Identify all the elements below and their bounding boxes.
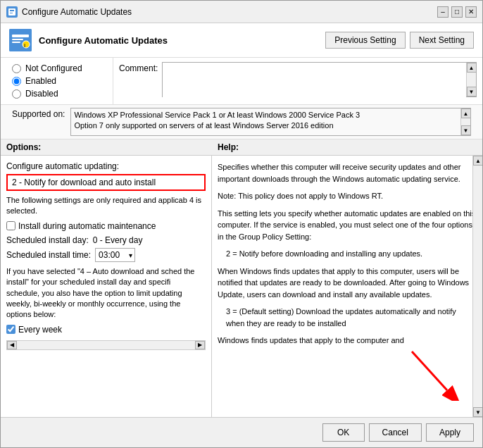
scroll-left-btn[interactable]: ◀ (7, 341, 17, 349)
header-section: i Configure Automatic Updates Previous S… (1, 23, 482, 58)
install-maintenance-label: Install during automatic maintenance (18, 221, 156, 231)
window-title: Configure Automatic Updates (22, 7, 132, 17)
header-icon: i (9, 29, 32, 51)
supported-row: Supported on: Windows XP Professional Se… (1, 105, 482, 139)
title-bar-left: Configure Automatic Updates (6, 6, 132, 18)
svg-rect-2 (10, 13, 13, 13)
svg-rect-1 (10, 10, 14, 11)
comment-label: Comment: (119, 62, 158, 73)
scheduled-time-select-wrap[interactable]: 03:00 (95, 248, 135, 262)
svg-text:i: i (24, 42, 25, 49)
scheduled-time-select[interactable]: 03:00 (95, 248, 135, 262)
help-para-7: Windows finds updates that apply to the … (218, 335, 477, 347)
options-section-label: Options: (6, 142, 218, 152)
header-title: Configure Automatic Updates (39, 35, 318, 46)
sup-scroll-down[interactable]: ▼ (461, 125, 471, 135)
left-panel: Configure automatic updating: 2 - Notify… (1, 156, 212, 417)
horizontal-scrollbar[interactable]: ◀ ▶ (6, 340, 206, 350)
supported-scrollbar[interactable]: ▲ ▼ (460, 108, 470, 135)
ok-button[interactable]: OK (322, 423, 365, 442)
title-bar: Configure Automatic Updates – □ ✕ (1, 1, 482, 23)
comment-textarea[interactable] (163, 63, 466, 98)
enabled-radio[interactable] (12, 77, 21, 86)
every-week-label: Every week (18, 325, 62, 335)
not-configured-option[interactable]: Not Configured (12, 63, 101, 73)
help-text-area: Specifies whether this computer will rec… (218, 161, 477, 347)
help-section-label: Help: (218, 142, 477, 152)
sup-scroll-up[interactable]: ▲ (461, 108, 471, 118)
svg-rect-0 (8, 8, 15, 15)
supported-text: Windows XP Professional Service Pack 1 o… (71, 108, 460, 135)
scroll-right-btn[interactable]: ▶ (195, 341, 205, 349)
right-panel: Specifies whether this computer will rec… (212, 156, 482, 417)
install-maintenance-row: Install during automatic maintenance (6, 221, 206, 231)
window-icon (6, 6, 18, 18)
enabled-label: Enabled (25, 76, 56, 86)
header-buttons: Previous Setting Next Setting (325, 32, 474, 49)
if-selected-text: If you have selected "4 – Auto download … (6, 266, 206, 321)
configure-updating-label: Configure automatic updating: (6, 161, 206, 171)
svg-rect-6 (12, 42, 20, 43)
help-para-5: When Windows finds updates that apply to… (218, 266, 477, 301)
following-settings-text: The following settings are only required… (6, 195, 206, 217)
every-week-row: Every week (6, 325, 206, 335)
help-para-3: This setting lets you specify whether au… (218, 208, 477, 243)
rp-scroll-down[interactable]: ▼ (473, 407, 482, 417)
next-setting-button[interactable]: Next Setting (410, 32, 474, 49)
update-type-dropdown[interactable]: 2 - Notify for download and auto install (6, 174, 206, 191)
disabled-label: Disabled (25, 89, 58, 99)
svg-rect-5 (12, 39, 23, 40)
help-para-2: Note: This policy does not apply to Wind… (218, 190, 477, 202)
disabled-option[interactable]: Disabled (12, 89, 101, 99)
svg-rect-4 (12, 35, 29, 37)
scheduled-time-row: Scheduled install time: 03:00 (6, 248, 206, 262)
scheduled-time-label: Scheduled install time: (6, 250, 91, 260)
not-configured-radio[interactable] (12, 64, 21, 73)
red-arrow-indicator (405, 344, 461, 403)
cancel-button[interactable]: Cancel (369, 423, 422, 442)
not-configured-label: Not Configured (25, 63, 82, 73)
scroll-down-btn[interactable]: ▼ (467, 87, 477, 97)
previous-setting-button[interactable]: Previous Setting (325, 32, 405, 49)
maximize-button[interactable]: □ (451, 6, 463, 18)
comment-scrollbar[interactable]: ▲ ▼ (466, 63, 476, 97)
bottom-buttons: OK Cancel Apply (1, 417, 482, 447)
minimize-button[interactable]: – (437, 6, 448, 18)
enabled-option[interactable]: Enabled (12, 76, 101, 86)
right-panel-scrollbar[interactable]: ▲ ▼ (472, 156, 482, 417)
main-window: Configure Automatic Updates – □ ✕ i Conf… (0, 0, 483, 448)
scheduled-day-label: Scheduled install day: (6, 235, 89, 245)
scheduled-day-row: Scheduled install day: 0 - Every day (6, 235, 206, 245)
panels-container: Configure automatic updating: 2 - Notify… (1, 156, 482, 417)
rp-scroll-up[interactable]: ▲ (473, 156, 482, 166)
install-maintenance-checkbox[interactable] (6, 221, 15, 230)
title-bar-controls: – □ ✕ (437, 6, 477, 18)
supported-label: Supported on: (12, 108, 65, 119)
every-week-checkbox[interactable] (6, 325, 15, 334)
scheduled-day-value: 0 - Every day (93, 235, 143, 245)
close-button[interactable]: ✕ (465, 6, 477, 18)
help-para-6: 3 = (Default setting) Download the updat… (218, 306, 477, 329)
help-para-1: Specifies whether this computer will rec… (218, 161, 477, 185)
svg-line-10 (412, 351, 447, 390)
apply-button[interactable]: Apply (426, 423, 474, 442)
scroll-up-btn[interactable]: ▲ (467, 63, 477, 73)
help-para-4: 2 = Notify before downloading and instal… (218, 248, 477, 260)
disabled-radio[interactable] (12, 89, 21, 99)
